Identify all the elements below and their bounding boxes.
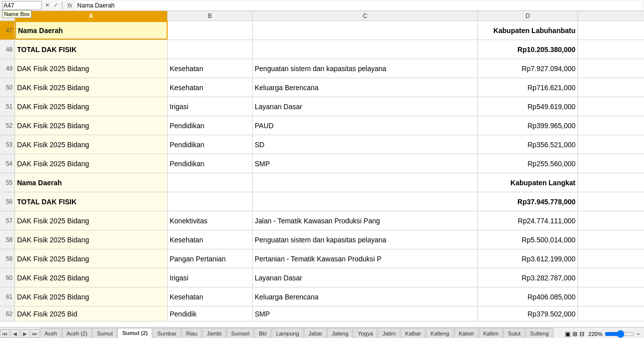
cell-col-a[interactable]: DAK Fisik 2025 Bid	[15, 306, 168, 321]
cell-col-b[interactable]	[168, 21, 253, 40]
column-headers: A B C D	[0, 11, 644, 21]
cancel-formula-button[interactable]: ✕	[44, 2, 51, 9]
cell-col-c[interactable]: SD	[253, 135, 478, 154]
cell-col-d[interactable]: Rp37.945.778,000	[478, 192, 578, 211]
row-number: 52	[0, 116, 15, 135]
cell-col-b[interactable]: Kesehatan	[168, 287, 253, 306]
cell-col-b[interactable]: Irigasi	[168, 268, 253, 287]
table-row[interactable]: 47Nama DaerahKabupaten Labuhanbatu	[0, 21, 644, 40]
cell-col-b[interactable]: Pendidikan	[168, 154, 253, 173]
cell-col-c[interactable]	[253, 173, 478, 192]
cell-col-a[interactable]: DAK Fisik 2025 Bidang	[15, 78, 168, 97]
cell-col-d[interactable]: Rp406.085,000	[478, 287, 578, 306]
cell-col-d[interactable]: Rp3.282.787,000	[478, 268, 578, 287]
cell-col-c[interactable]: Penguatan sistem dan kapasitas pelayana	[253, 59, 478, 78]
cell-col-b[interactable]	[168, 192, 253, 211]
table-row[interactable]: 50DAK Fisik 2025 BidangKesehatanKeluarga…	[0, 78, 644, 97]
name-box-input[interactable]	[2, 1, 42, 10]
cell-col-b[interactable]: Kesehatan	[168, 59, 253, 78]
cell-col-d[interactable]: Rp10.205.380,000	[478, 40, 578, 59]
cell-col-b[interactable]	[168, 173, 253, 192]
row-number: 57	[0, 211, 15, 230]
row-number: 49	[0, 59, 15, 78]
table-row[interactable]: 58DAK Fisik 2025 BidangKesehatanPenguata…	[0, 230, 644, 249]
cell-col-b[interactable]	[168, 40, 253, 59]
table-row[interactable]: 55Nama DaerahKabupaten Langkat	[0, 173, 644, 192]
table-row[interactable]: 61DAK Fisik 2025 BidangKesehatanKeluarga…	[0, 287, 644, 306]
cell-col-c[interactable]: Pertanian - Tematik Kawasan Produksi P	[253, 249, 478, 268]
cell-col-d[interactable]: Rp399.965,000	[478, 116, 578, 135]
cell-col-c[interactable]: Penguatan sistem dan kapasitas pelayana	[253, 230, 478, 249]
table-row[interactable]: 49DAK Fisik 2025 BidangKesehatanPenguata…	[0, 59, 644, 78]
cell-col-d[interactable]: Rp379.502,000	[478, 306, 578, 321]
formula-bar: Name Box ✕ ✓ fx	[0, 0, 644, 11]
cell-col-a[interactable]: DAK Fisik 2025 Bidang	[15, 211, 168, 230]
table-row[interactable]: 59DAK Fisik 2025 BidangPangan PertanianP…	[0, 249, 644, 268]
cell-col-c[interactable]: SMP	[253, 306, 478, 321]
cell-col-a[interactable]: DAK Fisik 2025 Bidang	[15, 97, 168, 116]
col-header-b[interactable]: B	[168, 11, 253, 21]
cell-col-b[interactable]: Pendidikan	[168, 135, 253, 154]
cell-col-b[interactable]: Kesehatan	[168, 230, 253, 249]
cell-col-c[interactable]: Jalan - Tematik Kawasan Produksi Pang	[253, 211, 478, 230]
confirm-formula-button[interactable]: ✓	[53, 2, 59, 9]
cell-col-d[interactable]: Rp7.927.094,000	[478, 59, 578, 78]
cell-col-b[interactable]: Kesehatan	[168, 78, 253, 97]
row-number: 47	[0, 21, 15, 40]
cell-col-c[interactable]	[253, 192, 478, 211]
cell-col-a[interactable]: DAK Fisik 2025 Bidang	[15, 59, 168, 78]
cell-col-d[interactable]: Kabupaten Langkat	[478, 173, 578, 192]
cell-col-c[interactable]: Keluarga Berencana	[253, 287, 478, 306]
cell-col-c[interactable]: SMP	[253, 154, 478, 173]
table-body: 47Nama DaerahKabupaten Labuhanbatu48TOTA…	[0, 21, 644, 321]
col-header-d[interactable]: D	[478, 11, 578, 21]
table-row[interactable]: 62DAK Fisik 2025 BidPendidikSMPRp379.502…	[0, 306, 644, 321]
cell-col-d[interactable]: Rp5.500.014,000	[478, 230, 578, 249]
table-row[interactable]: 52DAK Fisik 2025 BidangPendidikanPAUDRp3…	[0, 116, 644, 135]
table-row[interactable]: 51DAK Fisik 2025 BidangIrigasiLayanan Da…	[0, 97, 644, 116]
fx-icon: fx	[68, 2, 72, 9]
col-header-a[interactable]: A	[15, 11, 168, 21]
cell-col-c[interactable]	[253, 40, 478, 59]
table-row[interactable]: 60DAK Fisik 2025 BidangIrigasiLayanan Da…	[0, 268, 644, 287]
table-row[interactable]: 57DAK Fisik 2025 BidangKonektivitasJalan…	[0, 211, 644, 230]
cell-col-b[interactable]: Pendidik	[168, 306, 253, 321]
cell-col-b[interactable]: Konektivitas	[168, 211, 253, 230]
row-number: 48	[0, 40, 15, 59]
table-row[interactable]: 48TOTAL DAK FISIKRp10.205.380,000	[0, 40, 644, 59]
cell-col-d[interactable]: Rp3.612.199,000	[478, 249, 578, 268]
cell-col-d[interactable]: Rp356.521,000	[478, 135, 578, 154]
cell-col-a[interactable]: DAK Fisik 2025 Bidang	[15, 249, 168, 268]
formula-input[interactable]	[76, 1, 642, 10]
cell-col-a[interactable]: DAK Fisik 2025 Bidang	[15, 135, 168, 154]
cell-col-a[interactable]: DAK Fisik 2025 Bidang	[15, 287, 168, 306]
cell-col-a[interactable]: Nama Daerah	[15, 21, 168, 40]
cell-col-c[interactable]: PAUD	[253, 116, 478, 135]
row-number: 58	[0, 230, 15, 249]
table-row[interactable]: 53DAK Fisik 2025 BidangPendidikanSDRp356…	[0, 135, 644, 154]
cell-col-c[interactable]: Keluarga Berencana	[253, 78, 478, 97]
cell-col-a[interactable]: DAK Fisik 2025 Bidang	[15, 268, 168, 287]
cell-col-a[interactable]: DAK Fisik 2025 Bidang	[15, 116, 168, 135]
cell-col-d[interactable]: Kabupaten Labuhanbatu	[478, 21, 578, 40]
cell-col-b[interactable]: Pangan Pertanian	[168, 249, 253, 268]
cell-col-d[interactable]: Rp255.560,000	[478, 154, 578, 173]
cell-col-c[interactable]: Layanan Dasar	[253, 97, 478, 116]
col-header-c[interactable]: C	[253, 11, 478, 21]
row-number: 51	[0, 97, 15, 116]
table-row[interactable]: 56TOTAL DAK FISIKRp37.945.778,000	[0, 192, 644, 211]
cell-col-c[interactable]: Layanan Dasar	[253, 268, 478, 287]
cell-col-b[interactable]: Irigasi	[168, 97, 253, 116]
cell-col-a[interactable]: TOTAL DAK FISIK	[15, 40, 168, 59]
cell-col-a[interactable]: DAK Fisik 2025 Bidang	[15, 230, 168, 249]
cell-col-c[interactable]	[253, 21, 478, 40]
table-row[interactable]: 54DAK Fisik 2025 BidangPendidikanSMPRp25…	[0, 154, 644, 173]
cell-col-d[interactable]: Rp716.621,000	[478, 78, 578, 97]
cell-col-b[interactable]: Pendidikan	[168, 116, 253, 135]
cell-col-a[interactable]: DAK Fisik 2025 Bidang	[15, 154, 168, 173]
cell-col-a[interactable]: TOTAL DAK FISIK	[15, 192, 168, 211]
cell-col-d[interactable]: Rp549.619,000	[478, 97, 578, 116]
row-number: 61	[0, 287, 15, 306]
cell-col-d[interactable]: Rp24.774.111,000	[478, 211, 578, 230]
cell-col-a[interactable]: Nama Daerah	[15, 173, 168, 192]
